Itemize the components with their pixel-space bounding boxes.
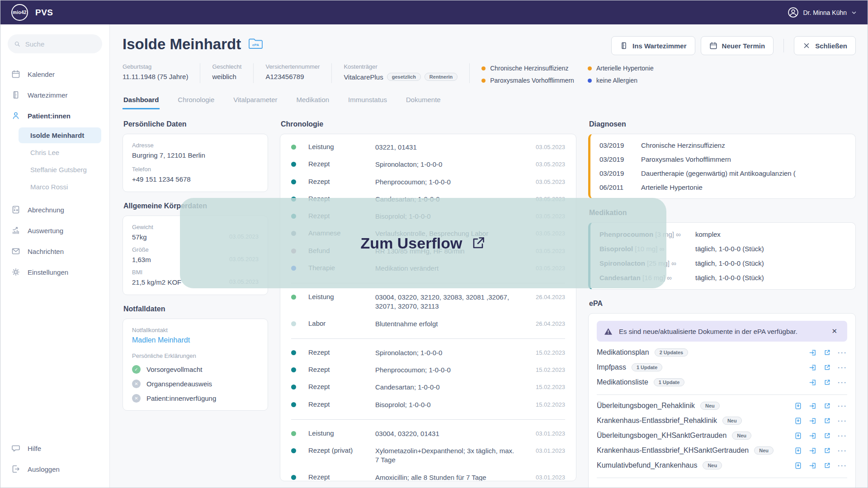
import-icon[interactable] xyxy=(809,417,816,425)
import-icon[interactable] xyxy=(809,402,816,410)
more-options-icon[interactable]: ··· xyxy=(838,403,847,409)
epa-folder-icon[interactable]: ePA xyxy=(248,37,263,50)
meta-geburtstag: Geburtstag 11.11.1948 (75 Jahre) xyxy=(123,63,200,83)
epa-doc-label: Medikationsliste xyxy=(597,378,648,386)
more-options-icon[interactable]: ··· xyxy=(838,379,847,386)
chronology-row[interactable]: Rezept Bisoprolol; 1-0-0-0 15.02.2023 xyxy=(280,396,576,413)
sidebar-item-nachrichten[interactable]: Nachrichten xyxy=(7,241,103,261)
search-box[interactable] xyxy=(8,34,102,53)
tab[interactable]: Chronologie xyxy=(177,94,215,109)
epa-summary-list: Medikationsplan 2 Updates ··· Impfpass 1… xyxy=(597,348,847,386)
tab[interactable]: Medikation xyxy=(296,94,330,109)
condition-list: Chronische Herzinsuffizienz Arterielle H… xyxy=(481,63,654,84)
sidebar-item-kalender[interactable]: Kalender xyxy=(7,64,103,84)
search-input[interactable] xyxy=(25,40,96,48)
chronology-row[interactable]: Rezept Spironolacton; 1-0-0-0 03.05.2023 xyxy=(280,156,576,173)
condition-label: Paroxysmales Vorhofflimmern xyxy=(490,77,574,84)
chronology-row[interactable]: Leistung 03004, 03220, 01431 03.01.2023 xyxy=(280,425,576,442)
neuer-termin-button[interactable]: Neuer Termin xyxy=(701,36,774,55)
import-icon[interactable] xyxy=(809,432,816,440)
chronology-row[interactable]: Rezept Amoxicillin; alle 8 Stunden für 7… xyxy=(280,469,576,482)
sidebar-item-abrechnung[interactable]: Abrechnung xyxy=(7,200,103,220)
declaration-label: Organspendeausweis xyxy=(146,380,212,388)
entry-date: 15.02.2023 xyxy=(524,349,565,356)
alert-close-icon[interactable]: ✕ xyxy=(829,326,840,336)
chronology-row[interactable]: Leistung 03221, 01431 03.05.2023 xyxy=(280,139,576,156)
save-document-icon[interactable] xyxy=(794,417,802,425)
more-options-icon[interactable]: ··· xyxy=(838,432,847,439)
import-icon[interactable] xyxy=(809,364,816,371)
tab[interactable]: Vitalparameter xyxy=(232,94,278,109)
save-document-icon[interactable] xyxy=(794,447,802,455)
condition-label: keine Allergien xyxy=(596,77,637,84)
sidebar-patient-item[interactable]: Chris Lee xyxy=(19,145,101,160)
sidebar-patient-item[interactable]: Steffanie Gutsberg xyxy=(19,162,101,178)
save-document-icon[interactable] xyxy=(794,432,802,440)
chronology-row[interactable]: Labor Blutentnahme erfolgt 26.04.2023 xyxy=(280,315,576,333)
more-options-icon[interactable]: ··· xyxy=(838,418,847,424)
more-options-icon[interactable]: ··· xyxy=(838,364,847,371)
diagnosis-label: Paroxysmales Vorhofflimmern xyxy=(641,155,846,163)
more-options-icon[interactable]: ··· xyxy=(838,462,847,469)
entry-date: 03.05.2023 xyxy=(524,144,565,150)
logout-icon xyxy=(11,465,20,474)
epa-doc-label: Impfpass xyxy=(597,363,626,371)
chronology-row[interactable]: Rezept Candesartan; 1-0-0-0 15.02.2023 xyxy=(280,379,576,396)
chronology-row[interactable]: Rezept Phenprocoumon; 1-0-0-0 15.02.2023 xyxy=(280,361,576,379)
epa-alert: Es sind neue/aktualisierte Dokumente in … xyxy=(597,321,847,342)
open-external-icon[interactable] xyxy=(823,402,831,410)
meta-versichertennummer: Versichertennummer A123456789 xyxy=(265,63,332,83)
sidebar-item-auswertung[interactable]: Auswertung xyxy=(7,221,103,240)
open-external-icon[interactable] xyxy=(823,462,831,469)
tab[interactable]: Dokumente xyxy=(405,94,442,109)
import-icon[interactable] xyxy=(809,462,816,469)
declaration-label: Vorsorgevollmacht xyxy=(146,366,202,373)
patient-tabs: DashboardChronologieVitalparameterMedika… xyxy=(123,94,856,109)
entry-type-dot xyxy=(291,145,296,150)
entry-type: Rezept xyxy=(308,348,375,356)
schliessen-button[interactable]: Schließen xyxy=(794,36,856,55)
chronology-row[interactable]: Rezept Spironolacton; 1-0-0-0 15.02.2023 xyxy=(280,344,576,361)
import-icon[interactable] xyxy=(809,349,816,357)
person-icon xyxy=(11,111,20,120)
tab[interactable]: Dashboard xyxy=(123,94,160,109)
user-menu[interactable]: Dr. Minna Kühn xyxy=(788,7,857,18)
open-external-icon[interactable] xyxy=(823,447,831,455)
tab[interactable]: Immunstatus xyxy=(347,94,388,109)
entry-date: 03.01.2023 xyxy=(524,430,565,437)
save-document-icon[interactable] xyxy=(794,462,802,469)
epa-document-list: Überleitungsbogen_Rehaklinik Neu ··· Kra… xyxy=(597,402,847,469)
sidebar-item-label: Abrechnung xyxy=(28,206,64,214)
chronology-row[interactable]: Rezept Phenprocoumon; 1-0-0-0 03.05.2023 xyxy=(280,174,576,191)
chronology-row[interactable]: Leistung 03004, 03220, 32120, 32083, 320… xyxy=(280,289,576,315)
epa-doc-label: Medikationsplan xyxy=(597,348,649,357)
sidebar-item-wartezimmer[interactable]: Wartezimmer xyxy=(7,85,103,105)
sidebar-patient-item[interactable]: Isolde Meinhardt xyxy=(19,127,101,143)
userflow-overlay[interactable]: Zum Userflow xyxy=(180,198,666,288)
open-external-icon[interactable] xyxy=(823,364,831,371)
chronology-row[interactable]: Rezept (privat) Xylometazolin+Dexpanthen… xyxy=(280,442,576,469)
epa-doc-label: Krankenhaus-Entlassbrief_KHSanktGertraud… xyxy=(597,446,749,455)
condition-dot xyxy=(588,79,592,83)
sidebar-item-einstellungen[interactable]: Einstellungen xyxy=(7,262,103,282)
open-external-icon[interactable] xyxy=(823,417,831,425)
sidebar-item-ausloggen[interactable]: Ausloggen xyxy=(7,459,103,479)
import-icon[interactable] xyxy=(809,379,816,386)
ins-wartezimmer-button[interactable]: Ins Wartezimmer xyxy=(611,36,695,55)
epa-alert-text: Es sind neue/aktualisierte Dokumente in … xyxy=(619,328,797,335)
entry-type: Rezept (privat) xyxy=(308,446,375,454)
more-options-icon[interactable]: ··· xyxy=(838,447,847,454)
sidebar-item-patienten[interactable]: Patient:innen xyxy=(7,106,103,126)
import-icon[interactable] xyxy=(809,447,816,455)
more-options-icon[interactable]: ··· xyxy=(838,349,847,356)
open-external-icon[interactable] xyxy=(823,349,831,357)
epa-doc-label: Kumulativbefund_Krankenhaus xyxy=(597,461,697,469)
diagnosis-date: 03/2019 xyxy=(599,155,641,163)
save-document-icon[interactable] xyxy=(794,402,802,410)
open-external-icon[interactable] xyxy=(823,379,831,386)
sidebar-patient-item[interactable]: Marco Rossi xyxy=(19,179,101,195)
emergency-contact-link[interactable]: Madlen Meinhardt xyxy=(132,336,259,344)
sidebar-item-hilfe[interactable]: Hilfe xyxy=(7,438,103,458)
patient-sublist: Isolde MeinhardtChris LeeSteffanie Gutsb… xyxy=(19,127,101,196)
open-external-icon[interactable] xyxy=(823,432,831,440)
